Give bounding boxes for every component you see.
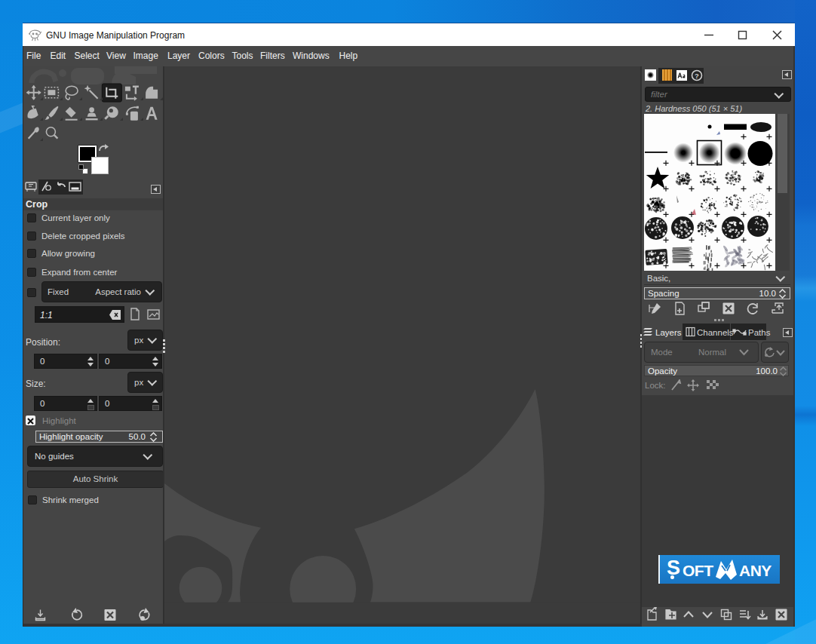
svg-text:Layers: Layers — [655, 328, 682, 337]
svg-text:Channels: Channels — [697, 328, 734, 337]
svg-text:?: ? — [695, 72, 699, 80]
svg-text:Paths: Paths — [748, 328, 771, 337]
